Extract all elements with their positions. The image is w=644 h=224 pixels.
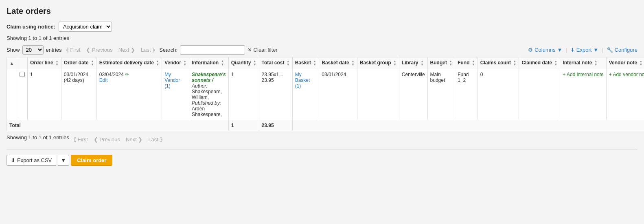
search-input[interactable] <box>180 45 245 55</box>
td-order-line: 1 <box>27 69 61 120</box>
td-claimed-date <box>519 69 560 120</box>
td-vendor-note: + Add vendor note <box>606 69 644 120</box>
showing-entries-top: Showing 1 to 1 of 1 entries <box>7 35 637 41</box>
first-button-bottom[interactable]: ⟪ First <box>72 136 90 143</box>
td-sort <box>7 69 17 120</box>
showing-entries-bottom: Showing 1 to 1 of 1 entries <box>7 134 69 141</box>
th-vendor-note: Vendor note ▲▼ <box>606 57 644 69</box>
late-orders-table: ▲ Order line ▲▼ Order date ▲▼ Estimated … <box>7 57 644 131</box>
th-library: Library ▲▼ <box>399 57 427 69</box>
th-claimed-date: Claimed date ▲▼ <box>519 57 560 69</box>
th-claims-count: Claims count ▲▼ <box>478 57 519 69</box>
page-title: Late orders <box>7 7 637 16</box>
entries-label: entries <box>46 47 62 53</box>
gear-icon: ⚙ <box>528 47 533 53</box>
previous-button-top[interactable]: ❮ Previous <box>84 46 114 54</box>
th-sort: ▲ <box>7 57 17 69</box>
download-csv-icon: ⬇ <box>11 157 15 163</box>
table-footer-row: Total 1 23.95 <box>7 120 644 131</box>
td-checkbox <box>17 69 27 120</box>
th-budget: Budget ▲▼ <box>427 57 455 69</box>
estimated-date-value: 03/04/2024 <box>99 72 124 77</box>
th-fund: Fund ▲▼ <box>455 57 478 69</box>
th-total-cost: Total cost ▲▼ <box>259 57 292 69</box>
toolbar-right: ⚙ Columns ▼ | ⬇ Export ▼ | 🔧 Configure <box>528 47 637 53</box>
th-quantity: Quantity ▲▼ <box>228 57 259 69</box>
td-basket-date: 03/01/2024 <box>319 69 357 120</box>
clear-filter-button[interactable]: ✕ Clear filter <box>248 47 278 53</box>
claim-notice-select[interactable]: Acquisition claim <box>59 22 112 32</box>
info-published: Arden Shakespeare, <box>192 106 222 117</box>
th-basket-date: Basket date ▲▼ <box>319 57 357 69</box>
export-dropdown-arrow: ▼ <box>593 47 598 53</box>
vendor-link[interactable]: My Vendor (1) <box>164 72 180 89</box>
action-row: ⬇ Export as CSV ▼ Claim order <box>7 149 637 166</box>
columns-dropdown-arrow: ▼ <box>557 47 563 53</box>
row-checkbox[interactable] <box>20 72 25 77</box>
th-basket-group: Basket group ▲▼ <box>357 57 399 69</box>
th-internal-note: Internal note ▲▼ <box>560 57 606 69</box>
td-quantity: 1 <box>228 69 259 120</box>
configure-button[interactable]: 🔧 Configure <box>607 47 637 53</box>
info-author-label: Author: <box>192 83 208 89</box>
td-vendor: My Vendor (1) <box>162 69 189 120</box>
export-csv-button[interactable]: ⬇ Export as CSV <box>7 155 56 166</box>
td-claims-count: 0 <box>478 69 519 120</box>
toolbar-left: Show 102050100 entries ⟪ First ❮ Previou… <box>7 45 278 55</box>
th-information: Information ▲▼ <box>189 57 229 69</box>
td-fund: Fund 1_2 <box>455 69 478 120</box>
td-basket: My Basket (1) <box>292 69 319 120</box>
columns-button[interactable]: ⚙ Columns ▼ <box>528 47 562 53</box>
export-button[interactable]: ⬇ Export ▼ <box>570 47 598 53</box>
td-library: Centerville <box>399 69 427 120</box>
search-label: Search: <box>159 47 177 53</box>
previous-button-bottom[interactable]: ❮ Previous <box>92 136 122 143</box>
table-header-row: ▲ Order line ▲▼ Order date ▲▼ Estimated … <box>7 57 644 69</box>
first-button-top[interactable]: ⟪ First <box>64 46 82 54</box>
download-icon: ⬇ <box>570 47 575 53</box>
td-total-cost: 23.95 <box>259 120 292 131</box>
td-information: Shakespeare's sonnets / Author: Shakespe… <box>189 69 229 120</box>
last-button-bottom[interactable]: Last ⟫ <box>147 136 164 143</box>
show-entries-select[interactable]: 102050100 <box>22 45 44 55</box>
th-vendor: Vendor ▲▼ <box>162 57 189 69</box>
show-label: Show <box>7 47 20 53</box>
wrench-icon: 🔧 <box>607 47 613 53</box>
table-row: 1 03/01/2024 (42 days) 03/04/2024 ✏ Edit… <box>7 69 644 120</box>
info-author: Shakespeare, William, <box>192 89 222 100</box>
th-checkbox <box>17 57 27 69</box>
td-order-date: 03/01/2024 (42 days) <box>61 69 96 120</box>
claim-notice-label: Claim using notice: <box>7 24 55 30</box>
info-published-label: Published by: <box>192 100 221 106</box>
edit-date-link[interactable]: Edit <box>99 77 108 83</box>
td-total-quantity: 1 <box>228 120 259 131</box>
th-basket: Basket ▲▼ <box>292 57 319 69</box>
basket-link[interactable]: My Basket (1) <box>295 72 310 89</box>
td-total-label: Total <box>7 120 229 131</box>
top-toolbar: Show 102050100 entries ⟪ First ❮ Previou… <box>7 45 637 55</box>
add-vendor-note-button[interactable]: + Add vendor note <box>609 72 644 77</box>
td-basket-group <box>357 69 399 120</box>
td-internal-note: + Add internal note <box>560 69 606 120</box>
td-total-cost: 23.95x1 = 23.95 <box>259 69 292 120</box>
td-estimated-delivery-date: 03/04/2024 ✏ Edit <box>96 69 162 120</box>
th-order-line: Order line ▲▼ <box>27 57 61 69</box>
td-total-filler <box>292 120 644 131</box>
info-title-link[interactable]: Shakespeare's sonnets / <box>192 72 226 83</box>
next-button-top[interactable]: Next ❯ <box>117 46 137 54</box>
bottom-toolbar: Showing 1 to 1 of 1 entries ⟪ First ❮ Pr… <box>7 134 637 145</box>
claim-order-button[interactable]: Claim order <box>71 155 112 166</box>
export-csv-dropdown-button[interactable]: ▼ <box>58 155 69 166</box>
last-button-top[interactable]: Last ⟫ <box>139 46 157 54</box>
th-order-date: Order date ▲▼ <box>61 57 96 69</box>
add-internal-note-button[interactable]: + Add internal note <box>563 72 603 77</box>
pencil-icon: ✏ <box>125 72 129 77</box>
next-button-bottom[interactable]: Next ❯ <box>124 136 144 143</box>
td-budget: Main budget <box>427 69 455 120</box>
sort-up-icon: ▲ <box>9 61 14 66</box>
th-estimated-delivery-date: Estimated delivery date ▲▼ <box>96 57 162 69</box>
